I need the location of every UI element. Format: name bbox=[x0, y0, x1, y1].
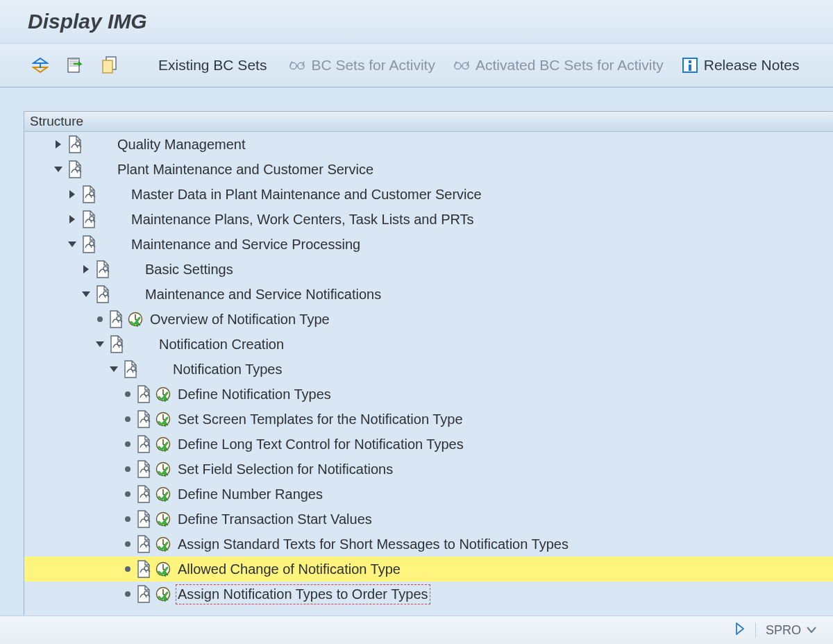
tree-node-define-number-ranges[interactable]: Define Number Ranges bbox=[24, 482, 833, 507]
tree-node-notification-types[interactable]: Notification Types bbox=[24, 357, 833, 382]
expand-toggle[interactable] bbox=[53, 139, 63, 149]
execute-activity-icon[interactable] bbox=[155, 486, 171, 502]
tree-node-label: Master Data in Plant Maintenance and Cus… bbox=[131, 187, 482, 203]
tree-node-quality-management[interactable]: Quality Management bbox=[24, 132, 833, 157]
leaf-bullet bbox=[125, 591, 131, 597]
tree-node-define-notification-types[interactable]: Define Notification Types bbox=[24, 382, 833, 407]
tree-node-label: Define Notification Types bbox=[178, 387, 331, 402]
tree-node-set-field-selection[interactable]: Set Field Selection for Notifications bbox=[24, 457, 833, 482]
tree-node-overview-notification-type[interactable]: Overview of Notification Type bbox=[24, 307, 833, 332]
titlebar: Display IMG bbox=[0, 0, 833, 44]
existing-bc-sets-button[interactable]: Existing BC Sets bbox=[150, 54, 275, 76]
expand-collapse-icon bbox=[32, 57, 49, 74]
execute-activity-icon[interactable] bbox=[155, 586, 171, 602]
expand-toggle[interactable] bbox=[67, 214, 77, 224]
leaf-bullet bbox=[125, 566, 131, 572]
doc-icon bbox=[136, 585, 151, 603]
import-project-button[interactable] bbox=[62, 54, 87, 76]
execute-activity-icon[interactable] bbox=[155, 437, 171, 452]
session-play-icon[interactable] bbox=[734, 622, 746, 639]
tree-node-maint-service-notifications[interactable]: Maintenance and Service Notifications bbox=[24, 282, 833, 307]
status-tcode-label: SPRO bbox=[766, 623, 801, 638]
tree-node-label: Define Long Text Control for Notificatio… bbox=[178, 437, 464, 452]
status-tcode[interactable]: SPRO bbox=[766, 623, 816, 638]
info-icon bbox=[682, 57, 698, 74]
execute-activity-icon[interactable] bbox=[155, 561, 171, 577]
doc-icon bbox=[136, 460, 151, 478]
page-title: Display IMG bbox=[28, 10, 147, 33]
bc-sets-activity-button[interactable]: BC Sets for Activity bbox=[285, 54, 439, 76]
activated-bc-sets-label: Activated BC Sets for Activity bbox=[476, 57, 664, 74]
tree-node-label: Set Screen Templates for the Notificatio… bbox=[178, 412, 463, 427]
doc-icon bbox=[136, 385, 151, 403]
execute-activity-icon[interactable] bbox=[155, 387, 171, 402]
tree-node-label: Basic Settings bbox=[145, 262, 233, 278]
leaf-bullet bbox=[125, 541, 131, 547]
doc-icon bbox=[109, 335, 124, 353]
tree-header: Structure bbox=[24, 112, 833, 132]
leaf-bullet bbox=[125, 441, 131, 447]
expand-toggle[interactable] bbox=[81, 264, 91, 274]
expand-toggle[interactable] bbox=[67, 189, 77, 199]
status-separator bbox=[755, 622, 756, 638]
tree-node-define-transaction-start[interactable]: Define Transaction Start Values bbox=[24, 507, 833, 532]
tree-node-label: Maintenance and Service Processing bbox=[131, 237, 360, 253]
bc-sets-activity-label: BC Sets for Activity bbox=[311, 57, 435, 74]
existing-bc-sets-label: Existing BC Sets bbox=[158, 57, 267, 74]
release-notes-label: Release Notes bbox=[704, 57, 800, 74]
doc-icon bbox=[136, 560, 151, 578]
copy-subtree-button[interactable] bbox=[97, 54, 122, 76]
statusbar: SPRO bbox=[0, 616, 833, 644]
doc-icon bbox=[136, 485, 151, 503]
collapse-toggle[interactable] bbox=[109, 364, 119, 374]
leaf-bullet bbox=[125, 491, 131, 497]
collapse-toggle[interactable] bbox=[53, 164, 63, 174]
tree-node-label: Set Field Selection for Notifications bbox=[178, 461, 393, 477]
execute-activity-icon[interactable] bbox=[155, 412, 171, 427]
collapse-toggle[interactable] bbox=[95, 339, 105, 349]
execute-activity-icon[interactable] bbox=[155, 536, 171, 552]
tree-node-label: Maintenance Plans, Work Centers, Task Li… bbox=[131, 212, 474, 228]
expand-collapse-button[interactable] bbox=[28, 54, 53, 76]
tree-node-notification-creation[interactable]: Notification Creation bbox=[24, 332, 833, 357]
leaf-bullet bbox=[97, 316, 103, 322]
tree-node-maintenance-plans[interactable]: Maintenance Plans, Work Centers, Task Li… bbox=[24, 207, 833, 232]
import-project-icon bbox=[67, 57, 83, 74]
doc-icon bbox=[136, 435, 151, 453]
collapse-toggle[interactable] bbox=[81, 289, 91, 299]
tree-node-label: Plant Maintenance and Customer Service bbox=[117, 162, 373, 178]
release-notes-button[interactable]: Release Notes bbox=[678, 54, 804, 76]
tree-body[interactable]: Quality Management Plant Maintenance and… bbox=[24, 132, 833, 616]
toolbar: Existing BC Sets BC Sets for Activity Ac… bbox=[0, 44, 833, 87]
collapse-toggle[interactable] bbox=[67, 239, 77, 249]
tree-node-maint-service-processing[interactable]: Maintenance and Service Processing bbox=[24, 232, 833, 257]
tree-node-label: Define Number Ranges bbox=[178, 486, 323, 502]
tree-node-assign-notification-to-order[interactable]: Assign Notification Types to Order Types bbox=[24, 582, 833, 607]
execute-activity-icon[interactable] bbox=[155, 511, 171, 527]
execute-activity-icon[interactable] bbox=[128, 312, 143, 327]
doc-icon bbox=[123, 360, 138, 378]
app-root: Display IMG Existing BC Sets BC Sets for… bbox=[0, 0, 833, 644]
doc-icon bbox=[136, 510, 151, 528]
tree-node-allowed-change-notification-type[interactable]: Allowed Change of Notification Type bbox=[24, 557, 833, 582]
tree-node-master-data[interactable]: Master Data in Plant Maintenance and Cus… bbox=[24, 182, 833, 207]
tree-node-label: Notification Creation bbox=[159, 337, 284, 353]
tree-node-label: Define Transaction Start Values bbox=[178, 511, 372, 527]
tree-node-assign-standard-texts[interactable]: Assign Standard Texts for Short Messages… bbox=[24, 532, 833, 557]
tree-node-plant-maintenance[interactable]: Plant Maintenance and Customer Service bbox=[24, 157, 833, 182]
tree-node-basic-settings[interactable]: Basic Settings bbox=[24, 257, 833, 282]
doc-icon bbox=[108, 310, 124, 328]
execute-activity-icon[interactable] bbox=[155, 461, 171, 477]
doc-icon bbox=[67, 160, 83, 178]
doc-icon bbox=[136, 410, 151, 428]
tree-node-label: Maintenance and Service Notifications bbox=[145, 287, 381, 303]
tree-panel: Structure Quality Management Plant Maint… bbox=[24, 111, 833, 616]
doc-icon bbox=[81, 210, 96, 228]
tree-node-set-screen-templates[interactable]: Set Screen Templates for the Notificatio… bbox=[24, 407, 833, 432]
activated-bc-sets-button[interactable]: Activated BC Sets for Activity bbox=[449, 54, 668, 76]
leaf-bullet bbox=[125, 466, 131, 472]
leaf-bullet bbox=[125, 416, 131, 422]
tree-node-label: Allowed Change of Notification Type bbox=[178, 561, 401, 577]
tree-node-define-long-text-control[interactable]: Define Long Text Control for Notificatio… bbox=[24, 432, 833, 457]
glasses-icon bbox=[289, 57, 305, 74]
